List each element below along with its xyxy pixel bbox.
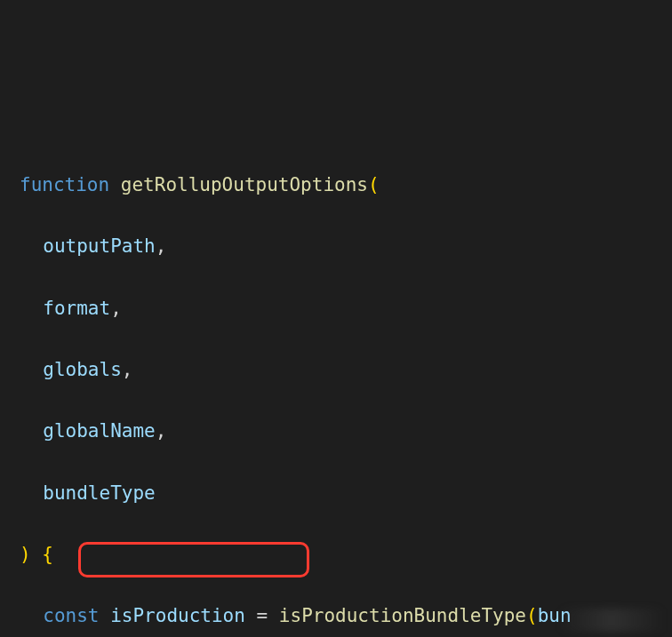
keyword-function: function <box>20 174 109 195</box>
paren-open: ( <box>368 174 380 195</box>
code-line: format, <box>20 293 672 324</box>
code-line: function getRollupOutputOptions( <box>20 170 672 201</box>
watermark-blur <box>558 609 665 632</box>
variable: isProduction <box>110 605 245 626</box>
param: globals <box>43 359 122 380</box>
function-call: isProductionBundleType <box>279 605 526 626</box>
code-line: globals, <box>20 354 672 386</box>
keyword-const: const <box>43 605 99 626</box>
code-editor[interactable]: function getRollupOutputOptions( outputP… <box>20 139 672 637</box>
param: format <box>43 298 110 319</box>
brace-open: { <box>42 544 53 565</box>
code-line: globalName, <box>20 416 672 447</box>
code-line: outputPath, <box>20 231 672 262</box>
paren-close: ) <box>20 544 31 565</box>
code-line: bundleType <box>20 478 672 509</box>
param: bundleType <box>43 482 155 504</box>
code-line: ) { <box>20 539 672 570</box>
param: outputPath <box>43 235 155 257</box>
param: globalName <box>43 420 155 442</box>
function-name: getRollupOutputOptions <box>121 174 368 195</box>
